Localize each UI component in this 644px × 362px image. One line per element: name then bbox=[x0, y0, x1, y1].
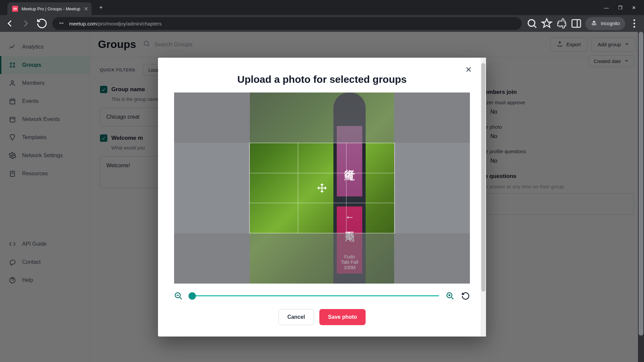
svg-point-2 bbox=[528, 20, 535, 26]
svg-point-0 bbox=[60, 22, 61, 23]
kebab-menu-icon[interactable] bbox=[629, 18, 640, 29]
save-photo-button[interactable]: Save photo bbox=[319, 309, 366, 325]
zoom-out-icon[interactable] bbox=[174, 292, 183, 300]
close-icon[interactable]: ✕ bbox=[84, 6, 88, 12]
page-scrollbar[interactable] bbox=[638, 32, 644, 362]
rotate-icon[interactable] bbox=[461, 292, 470, 300]
bookmark-icon[interactable] bbox=[541, 18, 552, 29]
browser-toolbar: meetup.com/pro/moodjoy/admin/chapters In… bbox=[0, 15, 644, 32]
tab-title: Meetup Pro | Groups - Meetup bbox=[21, 6, 80, 11]
svg-point-6 bbox=[633, 19, 635, 21]
sign-distance: 100M bbox=[340, 265, 359, 270]
forward-button[interactable] bbox=[20, 18, 32, 29]
site-info-icon[interactable] bbox=[58, 20, 64, 27]
url-path: /pro/moodjoy/admin/chapters bbox=[97, 21, 162, 26]
svg-rect-3 bbox=[572, 20, 581, 27]
minimize-icon[interactable]: ― bbox=[604, 5, 609, 10]
crop-selection[interactable] bbox=[249, 143, 395, 233]
close-icon[interactable]: ✕ bbox=[465, 65, 472, 74]
svg-point-7 bbox=[633, 22, 635, 24]
move-icon bbox=[317, 183, 327, 193]
zoom-slider[interactable] bbox=[190, 295, 439, 296]
cancel-button[interactable]: Cancel bbox=[278, 309, 314, 325]
browser-tab[interactable]: m Meetup Pro | Groups - Meetup ✕ bbox=[7, 2, 92, 15]
photo-crop-area[interactable]: 行者滝 ← 不動滝 Fudo Taki Fall 100M bbox=[174, 93, 470, 284]
side-panel-icon[interactable] bbox=[571, 18, 582, 29]
back-button[interactable] bbox=[4, 18, 15, 29]
url-domain: meetup.com bbox=[69, 21, 97, 26]
slider-thumb[interactable] bbox=[189, 292, 196, 300]
maximize-icon[interactable]: ❐ bbox=[618, 5, 623, 10]
modal-title: Upload a photo for selected groups bbox=[158, 58, 486, 93]
meetup-favicon: m bbox=[12, 6, 18, 12]
incognito-label: Incognito bbox=[601, 21, 620, 26]
svg-point-4 bbox=[592, 23, 594, 25]
svg-point-8 bbox=[633, 26, 635, 27]
new-tab-button[interactable]: ＋ bbox=[96, 3, 106, 12]
svg-point-1 bbox=[62, 22, 63, 23]
browser-tab-strip: m Meetup Pro | Groups - Meetup ✕ ＋ ― ❐ ✕ bbox=[0, 0, 644, 15]
sign-subtext: Fudo Taki Fall bbox=[340, 254, 359, 265]
url-bar[interactable]: meetup.com/pro/moodjoy/admin/chapters bbox=[52, 17, 522, 30]
window-close-icon[interactable]: ✕ bbox=[632, 5, 636, 10]
search-icon[interactable] bbox=[526, 18, 538, 29]
reload-button[interactable] bbox=[36, 18, 48, 29]
upload-photo-modal: ✕ Upload a photo for selected groups 行者滝… bbox=[158, 58, 486, 337]
zoom-in-icon[interactable] bbox=[446, 292, 454, 300]
modal-scrollbar[interactable] bbox=[481, 58, 486, 337]
incognito-badge[interactable]: Incognito bbox=[585, 17, 625, 30]
incognito-icon bbox=[591, 20, 597, 27]
svg-point-5 bbox=[594, 23, 596, 25]
extensions-icon[interactable] bbox=[556, 18, 567, 29]
